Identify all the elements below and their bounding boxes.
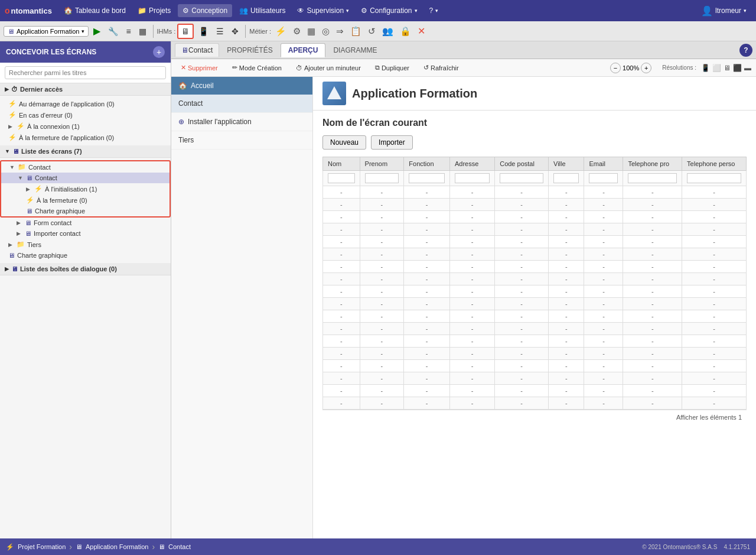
table-row[interactable]: --------- (323, 385, 747, 397)
metier-btn-9[interactable]: 🔒 (397, 24, 413, 38)
preview-nav-contact[interactable]: Contact (171, 95, 312, 113)
status-app[interactable]: Application Formation (86, 543, 148, 550)
status-contact[interactable]: Contact (168, 543, 191, 550)
status-projet[interactable]: Projet Formation (18, 543, 66, 550)
nav-tableau-de-bord[interactable]: 🏠 Tableau de bord (59, 4, 131, 17)
table-row[interactable]: --------- (323, 323, 747, 335)
logo[interactable]: ontomantics (5, 6, 52, 15)
event-startup[interactable]: ⚡ Au démarrage de l'application (0) (0, 98, 171, 109)
table-row[interactable]: --------- (323, 298, 747, 310)
tablet-res-icon[interactable]: ⬜ (712, 64, 721, 72)
table-row[interactable]: --------- (323, 335, 747, 348)
table-row[interactable]: --------- (323, 186, 747, 199)
help-button[interactable]: ? (739, 44, 752, 57)
event-error[interactable]: ⚡ En cas d'erreur (0) (0, 109, 171, 121)
table-row[interactable]: --------- (323, 223, 747, 236)
tablet-view-button[interactable]: 📱 (195, 25, 211, 38)
event-connexion[interactable]: ▶ ⚡ À la connexion (1) (0, 121, 171, 132)
dupliquer-button[interactable]: ⧉ Dupliquer (370, 62, 414, 73)
event-close-app[interactable]: ⚡ À la fermeture de l'application (0) (0, 132, 171, 143)
table-row[interactable]: --------- (323, 310, 747, 323)
dernier-acces-header[interactable]: ▶ ⏱ Dernier accès (0, 83, 171, 96)
tab-proprietes[interactable]: PROPRIÉTÉS (219, 43, 280, 57)
importer-contact[interactable]: ▶ 🖥 Importer contact (0, 228, 171, 239)
nav-supervision[interactable]: 👁 Supervision ▾ (292, 4, 354, 17)
tiers-folder[interactable]: ▶ 📁 Tiers (0, 239, 171, 250)
event-fermeture[interactable]: ⚡ À la fermeture (0) (1, 194, 170, 206)
metier-btn-3[interactable]: ▦ (305, 24, 318, 38)
filter-email[interactable] (589, 173, 618, 183)
table-row[interactable]: --------- (323, 261, 747, 273)
event-init[interactable]: ▶ ⚡ À l'initialisation (1) (1, 183, 170, 194)
filter-teleperso[interactable] (687, 173, 741, 183)
table-row[interactable]: --------- (323, 285, 747, 298)
filter-nom[interactable] (328, 173, 355, 183)
table-cell: - (449, 298, 494, 310)
nav-conception[interactable]: ⚙ Conception (178, 4, 232, 17)
charte-graphique-1[interactable]: 🖥 Charte graphique (1, 206, 170, 216)
add-screen-button[interactable]: + (153, 46, 165, 58)
supprimer-button[interactable]: ✕ Supprimer (176, 62, 223, 73)
filter-prenom[interactable] (365, 173, 399, 183)
metier-btn-4[interactable]: ◎ (320, 24, 332, 38)
phone-res-icon[interactable]: 📱 (701, 64, 710, 72)
hamburger-button[interactable]: ☰ (213, 25, 227, 38)
search-input[interactable] (5, 66, 166, 79)
table-row[interactable]: --------- (323, 348, 747, 360)
metier-btn-7[interactable]: ↺ (366, 24, 378, 38)
filter-telepro[interactable] (628, 173, 677, 183)
desktop-res-icon[interactable]: 🖥 (724, 64, 731, 72)
liste-ecrans-header[interactable]: ▼ 🖥 Liste des écrans (7) (0, 145, 171, 158)
metier-btn-5[interactable]: ⇒ (334, 24, 346, 38)
contact-screen[interactable]: ▼ 🖥 Contact (1, 173, 170, 183)
zoom-in-button[interactable]: + (641, 63, 651, 73)
zoom-out-button[interactable]: − (610, 63, 621, 73)
table-row[interactable]: --------- (323, 211, 747, 223)
grid-view-button[interactable]: ▦ (136, 25, 149, 38)
rafraichir-button[interactable]: ↺ Rafraîchir (419, 62, 464, 73)
table-row[interactable]: --------- (323, 248, 747, 261)
metier-btn-8[interactable]: 👥 (380, 24, 396, 38)
wide-res-icon[interactable]: ⬛ (733, 64, 742, 72)
table-row[interactable]: --------- (323, 372, 747, 385)
table-row[interactable]: --------- (323, 199, 747, 211)
desktop-view-button[interactable]: 🖥 (177, 24, 194, 39)
metier-btn-1[interactable]: ⚡ (273, 24, 289, 38)
table-row[interactable]: --------- (323, 236, 747, 248)
filter-fonction[interactable] (409, 173, 445, 183)
mode-creation-button[interactable]: ✏ Mode Création (227, 62, 286, 73)
custom-res-icon[interactable]: ▬ (744, 64, 751, 72)
table-cell: - (360, 186, 404, 199)
tab-diagramme[interactable]: DIAGRAMME (325, 43, 384, 57)
nav-help[interactable]: ? ▾ (425, 4, 444, 17)
filter-codepostal[interactable] (500, 173, 543, 183)
preview-nav-tiers[interactable]: Tiers (171, 131, 312, 150)
ajouter-minuteur-button[interactable]: ⏱ Ajouter un minuteur (291, 63, 366, 73)
settings-button[interactable]: 🔧 (105, 25, 121, 38)
user-menu[interactable]: 👤 ltromeur ▾ (696, 3, 751, 19)
table-row[interactable]: --------- (323, 360, 747, 372)
preview-nav-installer[interactable]: ⊕ Installer l'application (171, 113, 312, 131)
liste-dialogues-header[interactable]: ▶ 🖥 Liste des boîtes de dialogue (0) (0, 263, 171, 275)
table-row[interactable]: --------- (323, 397, 747, 410)
metier-btn-2[interactable]: ⚙ (291, 24, 303, 38)
nav-configuration[interactable]: ⚙ Configuration ▾ (356, 4, 422, 17)
play-button[interactable]: ▶ (90, 24, 103, 38)
contact-breadcrumb[interactable]: 🖥 Contact (175, 43, 219, 57)
tab-apercu[interactable]: APERÇU (281, 43, 326, 57)
nav-utilisateurs[interactable]: 👥 Utilisateurs (234, 4, 290, 17)
list-view-button[interactable]: ≡ (123, 25, 133, 38)
importer-button[interactable]: Importer (371, 135, 413, 150)
contact-folder[interactable]: ▼ 📁 Contact (1, 161, 170, 173)
cursor-button[interactable]: ✥ (229, 25, 242, 38)
table-row[interactable]: --------- (323, 273, 747, 285)
charte-graphique-2[interactable]: 🖥 Charte graphique (0, 250, 171, 261)
filter-adresse[interactable] (455, 173, 490, 183)
form-contact[interactable]: ▶ 🖥 Form contact (0, 218, 171, 228)
nav-projets[interactable]: 📁 Projets (133, 4, 175, 17)
nouveau-button[interactable]: Nouveau (322, 135, 366, 150)
metier-btn-6[interactable]: 📋 (348, 24, 364, 38)
close-red-button[interactable]: ✕ (415, 24, 428, 38)
filter-ville[interactable] (553, 173, 579, 183)
app-selector[interactable]: 🖥 Application Formation ▾ (4, 26, 89, 37)
